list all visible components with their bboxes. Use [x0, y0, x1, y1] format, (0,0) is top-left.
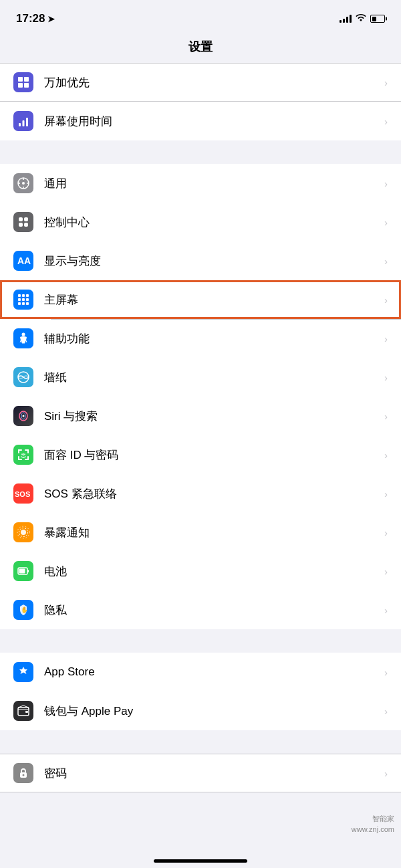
svg-point-31 [23, 415, 25, 417]
list-item[interactable]: 面容 ID 与密码 › [0, 435, 401, 474]
svg-rect-0 [18, 77, 23, 82]
list-item[interactable]: 控制中心 › [0, 203, 401, 241]
siri-label: Siri 与搜索 [44, 409, 384, 424]
screentime-icon [13, 111, 33, 131]
list-item[interactable]: 万加优先 › [0, 63, 401, 102]
section-1: 万加优先 › 屏幕使用时间 › [0, 63, 401, 140]
list-item[interactable]: 墙纸 › [0, 358, 401, 397]
battery-icon [370, 15, 385, 23]
status-time: 17:28 ➤ [16, 12, 55, 25]
svg-rect-4 [19, 123, 21, 126]
chevron-right-icon: › [384, 372, 388, 383]
svg-rect-26 [26, 302, 29, 305]
section-3: App Store › 钱包与 Apple Pay › [0, 653, 401, 730]
wallet-label: 钱包与 Apple Pay [44, 703, 384, 719]
chevron-right-icon: › [384, 77, 388, 88]
faceid-label: 面容 ID 与密码 [44, 447, 384, 463]
chevron-right-icon: › [384, 333, 388, 344]
password-label: 密码 [44, 766, 384, 781]
chevron-right-icon: › [384, 178, 388, 189]
wallpaper-icon [13, 367, 33, 387]
svg-rect-19 [22, 294, 25, 297]
svg-point-33 [21, 530, 26, 535]
list-item[interactable]: 钱包与 Apple Pay › [0, 691, 401, 730]
partial-bottom-group: 密码 › [0, 754, 401, 792]
controlcenter-icon [13, 212, 33, 232]
faceid-icon [13, 445, 33, 465]
svg-rect-37 [27, 570, 29, 572]
general-icon [13, 173, 33, 193]
svg-rect-18 [18, 294, 21, 297]
controlcenter-label: 控制中心 [44, 215, 384, 230]
appstore-icon [13, 662, 33, 682]
accessibility-label: 辅助功能 [44, 331, 384, 346]
privacy-label: 隐私 [44, 603, 384, 618]
list-item[interactable]: 屏幕使用时间 › [0, 102, 401, 140]
list-item[interactable]: 通用 › [0, 164, 401, 203]
battery-settings-icon [13, 561, 33, 581]
list-item[interactable]: Siri 与搜索 › [0, 397, 401, 435]
settings-group-1: 万加优先 › 屏幕使用时间 › [0, 63, 401, 140]
list-item[interactable]: ✋ 隐私 › [0, 590, 401, 629]
homescreen-label: 主屏幕 [44, 292, 384, 308]
settings-group-3: App Store › 钱包与 Apple Pay › [0, 653, 401, 730]
svg-rect-14 [24, 217, 28, 221]
chevron-right-icon: › [384, 217, 388, 228]
list-item[interactable]: 辅助功能 › [0, 319, 401, 358]
svg-rect-20 [26, 294, 29, 297]
section-gap [0, 140, 401, 164]
homescreen-item[interactable]: 主屏幕 › [0, 280, 401, 319]
general-label: 通用 [44, 176, 384, 191]
list-item[interactable]: 暴露通知 › [0, 513, 401, 552]
partial-label: 万加优先 [44, 75, 384, 90]
list-item[interactable]: 密码 › [0, 754, 401, 792]
svg-rect-3 [24, 83, 29, 88]
svg-rect-25 [22, 302, 25, 305]
list-item[interactable]: SOS SOS 紧急联络 › [0, 474, 401, 513]
section-gap-2 [0, 629, 401, 653]
chevron-right-icon: › [384, 667, 388, 678]
homescreen-icon [13, 290, 33, 310]
svg-text:✋: ✋ [21, 606, 29, 614]
svg-rect-13 [19, 217, 23, 221]
svg-text:SOS: SOS [15, 490, 30, 498]
screentime-label: 屏幕使用时间 [44, 114, 384, 129]
list-item[interactable]: AA 显示与亮度 › [0, 241, 401, 280]
appstore-label: App Store [44, 665, 384, 679]
sos-icon: SOS [13, 483, 33, 504]
svg-rect-22 [22, 298, 25, 301]
chevron-right-icon: › [384, 768, 388, 779]
settings-group-2: 通用 › 控制中心 › AA 显示与亮度 [0, 164, 401, 629]
sos-label: SOS 紧急联络 [44, 486, 384, 502]
privacy-icon: ✋ [13, 600, 33, 620]
wifi-icon [356, 13, 366, 24]
password-icon [13, 763, 33, 783]
partial-icon [13, 72, 33, 92]
svg-rect-15 [19, 223, 23, 227]
chevron-right-icon: › [384, 411, 388, 422]
list-item[interactable]: App Store › [0, 653, 401, 691]
display-label: 显示与亮度 [44, 253, 384, 269]
svg-point-8 [22, 182, 25, 185]
svg-text:AA: AA [17, 255, 31, 266]
time-label: 17:28 [16, 12, 45, 25]
svg-rect-16 [24, 223, 28, 227]
signal-icon [340, 15, 352, 23]
chevron-right-icon: › [384, 527, 388, 538]
section-2: 通用 › 控制中心 › AA 显示与亮度 [0, 164, 401, 629]
wallpaper-label: 墙纸 [44, 370, 384, 385]
wallet-icon [13, 701, 33, 721]
partial-icon-svg [17, 76, 30, 89]
location-arrow-icon: ➤ [47, 14, 55, 24]
display-icon: AA [13, 251, 33, 271]
list-item[interactable]: 电池 › [0, 552, 401, 590]
svg-point-43 [23, 774, 25, 776]
battery-label: 电池 [44, 564, 384, 579]
status-bar: 17:28 ➤ [0, 0, 401, 33]
chevron-right-icon: › [384, 255, 388, 267]
svg-rect-41 [25, 711, 28, 713]
siri-icon [13, 406, 33, 426]
watermark-line2: www.znj.com [352, 825, 394, 835]
home-indicator [154, 859, 247, 863]
svg-rect-2 [18, 83, 23, 88]
